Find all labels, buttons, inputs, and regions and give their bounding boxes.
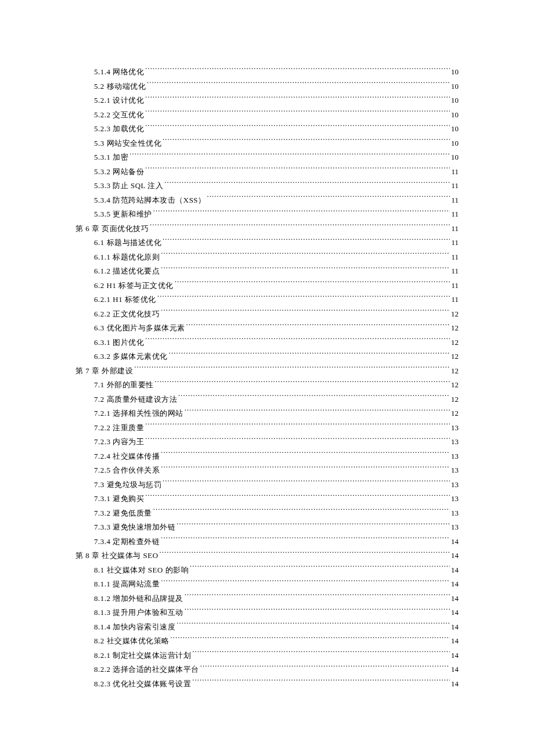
toc-page-number: 14: [451, 649, 459, 663]
toc-entry[interactable]: 7.3.3 避免快速增加外链13: [75, 520, 459, 535]
toc-leader-dots: [153, 209, 450, 217]
toc-entry[interactable]: 8.1.3 提升用户体验和互动14: [75, 606, 459, 620]
toc-entry[interactable]: 5.2.3 加载优化 10: [75, 122, 459, 136]
toc-entry[interactable]: 7.2.4 社交媒体传播13: [75, 449, 459, 464]
toc-entry[interactable]: 5.2.2 交互优化 10: [75, 108, 459, 123]
toc-leader-dots: [175, 280, 450, 288]
toc-entry[interactable]: 8.2.3 优化社交媒体账号设置14: [75, 677, 459, 692]
toc-entry[interactable]: 7.2 高质量外链建设方法12: [75, 393, 459, 407]
toc-label: 8.1.2 增加外链和品牌提及: [94, 592, 183, 606]
toc-page-number: 14: [451, 535, 459, 549]
toc-leader-dots: [192, 679, 450, 686]
toc-entry[interactable]: 7.3.1 避免购买 13: [75, 492, 459, 506]
toc-entry[interactable]: 6.3.1 图片优化 12: [75, 336, 459, 350]
toc-page-number: 14: [451, 549, 459, 563]
toc-entry[interactable]: 第 6 章 页面优化技巧11: [75, 222, 459, 236]
toc-page-number: 12: [451, 406, 459, 421]
toc-entry[interactable]: 7.2.5 合作伙伴关系13: [75, 463, 459, 478]
toc-entry[interactable]: 5.3.5 更新和维护11: [75, 207, 459, 222]
toc-entry[interactable]: 8.1.1 提高网站流量14: [75, 577, 459, 592]
toc-page-number: 12: [451, 336, 459, 350]
toc-entry[interactable]: 5.2 移动端优化 10: [75, 80, 459, 94]
toc-label: 5.3 网站安全性优化: [94, 136, 161, 151]
toc-leader-dots: [164, 181, 450, 188]
toc-entry[interactable]: 6.1.2 描述优化要点11: [75, 264, 459, 279]
toc-entry[interactable]: 5.2.1 设计优化 10: [75, 93, 459, 108]
toc-page-number: 11: [451, 207, 459, 222]
toc-entry[interactable]: 7.3.4 定期检查外链14: [75, 535, 459, 549]
toc-entry[interactable]: 5.3.2 网站备份 11: [75, 165, 459, 179]
toc-entry[interactable]: 7.2.2 注重质量 13: [75, 421, 459, 435]
toc-label: 5.2 移动端优化: [94, 80, 146, 94]
toc-leader-dots: [145, 423, 450, 430]
toc-label: 8.2.2 选择合适的社交媒体平台: [94, 663, 199, 677]
toc-leader-dots: [176, 622, 450, 629]
toc-entry[interactable]: 7.3 避免垃圾与惩罚13: [75, 478, 459, 492]
toc-entry[interactable]: 第 8 章 社交媒体与 SEO14: [75, 549, 459, 563]
toc-leader-dots: [145, 437, 450, 444]
toc-leader-dots: [145, 124, 450, 131]
toc-entry[interactable]: 8.1.2 增加外链和品牌提及14: [75, 592, 459, 606]
toc-label: 8.1 社交媒体对 SEO 的影响: [94, 563, 189, 578]
toc-page-number: 13: [451, 492, 459, 506]
toc-entry[interactable]: 6.1.1 标题优化原则11: [75, 250, 459, 265]
toc-entry[interactable]: 8.2.1 制定社交媒体运营计划14: [75, 649, 459, 663]
toc-page-number: 13: [451, 463, 459, 478]
toc-leader-dots: [161, 451, 450, 459]
toc-label: 7.2.2 注重质量: [94, 421, 144, 435]
toc-label: 8.1.1 提高网站流量: [94, 577, 160, 592]
toc-page-number: 13: [451, 520, 459, 535]
toc-entry[interactable]: 6.2.1 H1 标签优化11: [75, 293, 459, 307]
toc-entry[interactable]: 7.2.3 内容为王 13: [75, 435, 459, 449]
toc-page-number: 10: [451, 122, 459, 136]
toc-label: 8.2.1 制定社交媒体运营计划: [94, 649, 191, 663]
toc-page-number: 14: [451, 563, 459, 578]
toc-entry[interactable]: 6.2 H1 标签与正文优化11: [75, 279, 459, 293]
toc-leader-dots: [200, 664, 450, 672]
toc-leader-dots: [163, 138, 450, 146]
toc-label: 7.2.5 合作伙伴关系: [94, 463, 160, 478]
toc-entry[interactable]: 6.1 标题与描述优化11: [75, 236, 459, 250]
toc-page-number: 12: [451, 321, 459, 336]
toc-leader-dots: [169, 351, 450, 359]
toc-leader-dots: [163, 237, 450, 245]
toc-leader-dots: [145, 95, 450, 103]
toc-page-number: 13: [451, 478, 459, 492]
toc-entry[interactable]: 第 7 章 外部建设 12: [75, 364, 459, 379]
toc-leader-dots: [176, 522, 450, 530]
toc-entry[interactable]: 8.1.4 加快内容索引速度14: [75, 620, 459, 635]
toc-page-number: 14: [451, 663, 459, 677]
toc-page-number: 11: [451, 193, 459, 208]
toc-leader-dots: [150, 224, 450, 231]
toc-entry[interactable]: 8.2 社交媒体优化策略14: [75, 634, 459, 649]
toc-label: 5.1.4 网络优化: [94, 65, 144, 80]
toc-entry[interactable]: 7.3.2 避免低质量13: [75, 506, 459, 521]
toc-entry[interactable]: 6.3.2 多媒体元素优化12: [75, 350, 459, 364]
toc-leader-dots: [160, 550, 450, 558]
toc-entry[interactable]: 5.3.1 加密 10: [75, 150, 459, 165]
toc-label: 5.3.5 更新和维护: [94, 207, 152, 222]
toc-page-number: 13: [451, 435, 459, 449]
toc-entry[interactable]: 8.2.2 选择合适的社交媒体平台14: [75, 663, 459, 677]
toc-leader-dots: [161, 309, 450, 316]
toc-leader-dots: [185, 593, 450, 601]
toc-entry[interactable]: 5.3.3 防止 SQL 注入11: [75, 179, 459, 193]
toc-entry[interactable]: 8.1 社交媒体对 SEO 的影响14: [75, 563, 459, 578]
toc-entry[interactable]: 5.3.4 防范跨站脚本攻击（XSS）11: [75, 193, 459, 208]
toc-page-number: 12: [451, 350, 459, 364]
toc-leader-dots: [185, 408, 450, 416]
toc-label: 6.1.1 标题优化原则: [94, 250, 160, 265]
toc-entry[interactable]: 5.1.4 网络优化 10: [75, 65, 459, 80]
toc-entry[interactable]: 6.3 优化图片与多媒体元素12: [75, 321, 459, 336]
toc-label: 7.2.4 社交媒体传播: [94, 449, 160, 464]
toc-entry[interactable]: 6.2.2 正文优化技巧12: [75, 307, 459, 322]
toc-entry[interactable]: 5.3 网站安全性优化10: [75, 136, 459, 151]
toc-label: 6.2 H1 标签与正文优化: [94, 279, 174, 293]
toc-entry[interactable]: 7.2.1 选择相关性强的网站12: [75, 406, 459, 421]
toc-label: 6.3.1 图片优化: [94, 336, 144, 350]
toc-label: 第 6 章 页面优化技巧: [75, 222, 149, 236]
toc-entry[interactable]: 7.1 外部的重要性12: [75, 378, 459, 393]
toc-page-number: 10: [451, 150, 459, 165]
toc-leader-dots: [178, 394, 450, 402]
toc-label: 8.2 社交媒体优化策略: [94, 634, 169, 649]
